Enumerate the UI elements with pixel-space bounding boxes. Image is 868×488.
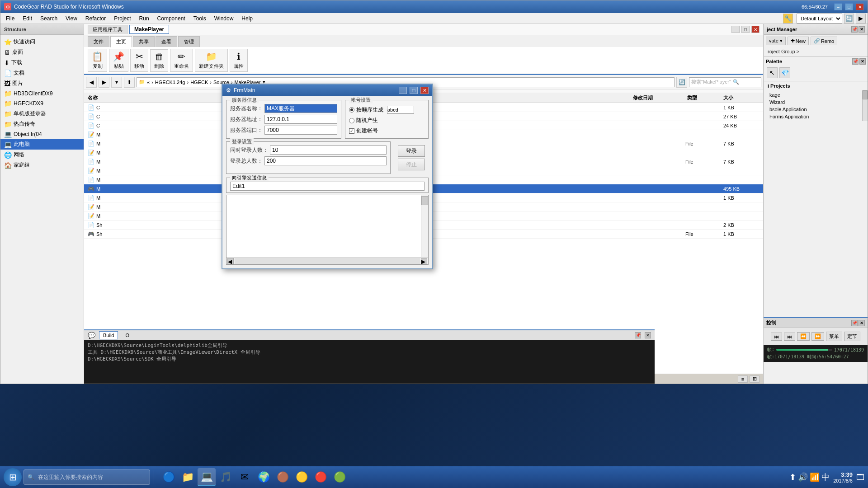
output-scrollbar-horizontal[interactable]: ◀ ▶ bbox=[226, 257, 428, 264]
taskbar-icon-app1[interactable]: 🟤 bbox=[274, 468, 292, 486]
list-view-btn[interactable]: ≡ bbox=[738, 375, 748, 383]
vscroll-thumb[interactable] bbox=[421, 196, 428, 205]
nav-pictures[interactable]: 🖼 图片 bbox=[0, 78, 84, 89]
project-item-console[interactable]: bsole Application bbox=[768, 106, 864, 113]
nav-hd3d[interactable]: 📁 HD3DClientDX9 bbox=[0, 89, 84, 99]
palette-tool-icon[interactable]: 💎 bbox=[779, 67, 790, 78]
dropdown-btn[interactable]: ▾ bbox=[111, 77, 122, 88]
nav-downloads[interactable]: ⬇ 下载 bbox=[0, 57, 84, 68]
ribbon-tab-file[interactable]: 文件 bbox=[88, 36, 109, 47]
taskbar-icon-media[interactable]: 🎵 bbox=[217, 468, 235, 486]
explorer-maximize-btn[interactable]: □ bbox=[741, 26, 750, 33]
taskbar-icon-app2[interactable]: 🟡 bbox=[292, 468, 311, 486]
menu-search[interactable]: Search bbox=[37, 14, 61, 23]
nav-standalone[interactable]: 📁 单机版登录器 bbox=[0, 108, 84, 119]
nav-homegroup[interactable]: 🏠 家庭组 bbox=[0, 160, 84, 170]
hscroll-track[interactable] bbox=[235, 258, 420, 264]
ctrl-btn-2[interactable]: ⏭ bbox=[784, 333, 795, 341]
start-button[interactable]: ⊞ bbox=[4, 468, 22, 486]
menu-project[interactable]: Project bbox=[110, 14, 134, 23]
ribbon-btn-move[interactable]: ✂ 移动 bbox=[130, 49, 148, 72]
menu-edit[interactable]: Edit bbox=[19, 14, 36, 23]
output-scroll[interactable] bbox=[226, 195, 421, 257]
ribbon-btn-properties[interactable]: ℹ 属性 bbox=[230, 49, 248, 72]
new-btn[interactable]: ✚ New bbox=[788, 37, 809, 45]
back-btn[interactable]: ◀ bbox=[86, 77, 97, 88]
layout-selector[interactable]: Default Layout bbox=[797, 14, 842, 23]
ctrl-btn-3[interactable]: ⏪ bbox=[797, 332, 810, 341]
taskbar-icon-app4[interactable]: 🟢 bbox=[330, 468, 349, 486]
tray-icon-sound[interactable]: 🔊 bbox=[798, 472, 808, 482]
menu-view[interactable]: View bbox=[62, 14, 81, 23]
ctrl-btn-1[interactable]: ⏮ bbox=[771, 333, 782, 341]
ctrl-pin-btn[interactable]: 📌 bbox=[851, 320, 858, 326]
ribbon-tab-app-tools[interactable]: 应用程序工具 bbox=[88, 25, 127, 34]
scrollbar-thumb[interactable] bbox=[863, 90, 868, 99]
stop-btn[interactable]: 停止 bbox=[398, 159, 425, 170]
panel-pin-btn[interactable]: 📌 bbox=[851, 26, 858, 33]
palette-pin-btn[interactable]: 📌 bbox=[852, 58, 859, 65]
dialog-maximize-btn[interactable]: □ bbox=[410, 87, 418, 94]
server-port-input[interactable] bbox=[264, 126, 337, 135]
sequential-radio[interactable]: 按顺序生成 bbox=[349, 106, 425, 114]
hscroll-left-btn[interactable]: ◀ bbox=[227, 258, 234, 264]
message-input[interactable] bbox=[230, 182, 425, 191]
nav-legend[interactable]: 📁 热血传奇 bbox=[0, 119, 84, 129]
search-box[interactable]: 搜索"MakePlayer" 🔍 bbox=[689, 77, 761, 87]
output-tab[interactable]: O bbox=[122, 332, 133, 339]
palette-close-btn[interactable]: ✕ bbox=[859, 58, 866, 65]
menu-component[interactable]: Component bbox=[154, 14, 189, 23]
ribbon-tab-home[interactable]: 主页 bbox=[110, 36, 132, 47]
dialog-close-btn[interactable]: ✕ bbox=[420, 87, 429, 94]
project-item-wizard[interactable]: Wizard bbox=[768, 99, 864, 106]
toolbar-btn-extra2[interactable]: 🔄 bbox=[844, 14, 854, 23]
ctrl-btn-menu[interactable]: 菜单 bbox=[826, 332, 842, 341]
project-item-kage[interactable]: kage bbox=[768, 91, 864, 99]
detail-view-btn[interactable]: ⊞ bbox=[750, 375, 760, 383]
toolbar-btn-extra3[interactable]: ▶ bbox=[856, 14, 866, 23]
messages-close-btn[interactable]: ✕ bbox=[645, 332, 651, 338]
private-btn[interactable]: vate ▾ bbox=[766, 37, 786, 45]
taskbar-icon-cortana[interactable]: 🔵 bbox=[160, 468, 178, 486]
server-addr-input[interactable] bbox=[264, 115, 337, 124]
nav-desktop[interactable]: 🖥 桌面 bbox=[0, 47, 84, 57]
ribbon-tab-manage[interactable]: 管理 bbox=[178, 36, 200, 47]
explorer-close-btn[interactable]: ✕ bbox=[751, 26, 760, 33]
nav-quick-access[interactable]: ⭐ 快速访问 bbox=[0, 37, 84, 47]
hscroll-right-btn[interactable]: ▶ bbox=[421, 258, 427, 264]
nav-hgeck[interactable]: 📁 HGECKDX9 bbox=[0, 99, 84, 108]
output-scrollbar-vertical[interactable] bbox=[421, 195, 428, 257]
nav-network[interactable]: 🌐 网络 bbox=[0, 150, 84, 160]
ribbon-btn-newfolder[interactable]: 📁 新建文件夹 bbox=[195, 49, 228, 72]
ribbon-btn-paste[interactable]: 📌 粘贴 bbox=[109, 49, 128, 72]
ctrl-close-btn[interactable]: ✕ bbox=[859, 320, 865, 326]
build-tab[interactable]: Build bbox=[99, 331, 118, 339]
maximize-btn[interactable]: □ bbox=[845, 3, 853, 10]
menu-window[interactable]: Window bbox=[211, 14, 237, 23]
close-btn[interactable]: ✕ bbox=[856, 3, 864, 10]
menu-tools[interactable]: Tools bbox=[190, 14, 210, 23]
login-btn[interactable]: 登录 bbox=[398, 145, 425, 157]
menu-help[interactable]: Help bbox=[238, 14, 256, 23]
taskbar-icon-ide[interactable]: 💻 bbox=[198, 468, 216, 486]
taskbar-icon-browser[interactable]: 🌍 bbox=[255, 468, 273, 486]
clock[interactable]: 3:39 2017/8/6 bbox=[833, 471, 853, 483]
taskbar-icon-files[interactable]: 📁 bbox=[179, 468, 197, 486]
ribbon-btn-copy[interactable]: 📋 复制 bbox=[88, 49, 107, 72]
nav-this-pc[interactable]: 💻 此电脑 bbox=[0, 139, 84, 150]
project-item-forms[interactable]: Forms Application bbox=[768, 113, 864, 120]
taskbar-icon-mail[interactable]: ✉ bbox=[236, 468, 254, 486]
palette-cursor-icon[interactable]: ↖ bbox=[767, 67, 778, 78]
nav-documents[interactable]: 📄 文档 bbox=[0, 68, 84, 78]
ctrl-btn-4[interactable]: ⏩ bbox=[811, 332, 824, 341]
refresh-btn[interactable]: 🔄 bbox=[676, 77, 687, 88]
panel-close-btn[interactable]: ✕ bbox=[859, 26, 865, 33]
tray-icon-notification[interactable]: 🗔 bbox=[856, 473, 864, 482]
dialog-minimize-btn[interactable]: – bbox=[399, 87, 407, 94]
remote-btn[interactable]: 🔗 Remo bbox=[811, 37, 837, 45]
ribbon-btn-rename[interactable]: ✏ 重命名 bbox=[170, 49, 193, 72]
ribbon-tab-view[interactable]: 查看 bbox=[156, 36, 177, 47]
tray-icon-up[interactable]: ⬆ bbox=[789, 472, 796, 482]
explorer-minimize-btn[interactable]: – bbox=[731, 26, 740, 33]
up-btn[interactable]: ⬆ bbox=[124, 77, 135, 88]
